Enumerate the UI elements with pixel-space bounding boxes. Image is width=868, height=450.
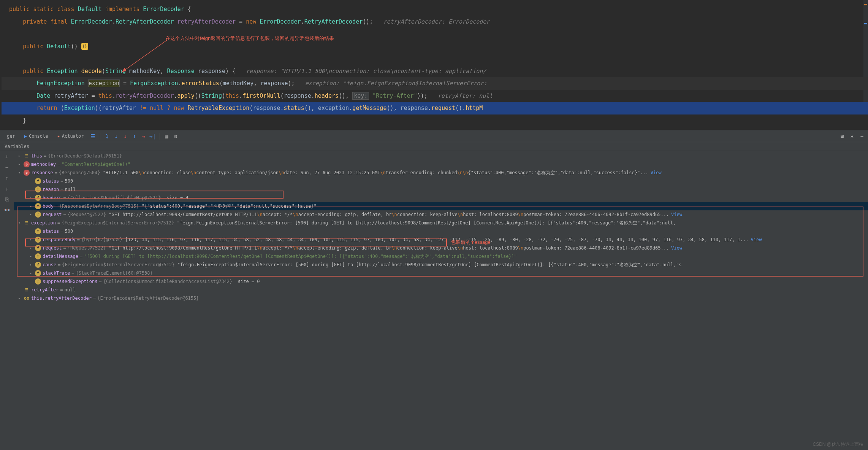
- watermark: CSDN @伏加特遇上西柚: [813, 441, 863, 448]
- evaluate-icon[interactable]: ▦: [163, 132, 171, 140]
- tab-actuator[interactable]: ✦Actuator: [54, 132, 88, 140]
- drop-frame-icon[interactable]: ⇥: [140, 132, 147, 140]
- param-hint-key: key:: [352, 92, 369, 100]
- trace-icon[interactable]: ≋: [172, 132, 180, 140]
- var-headers[interactable]: ▸fheaders={Collections$UnmodifiableMap@7…: [14, 194, 868, 202]
- var-suppressed[interactable]: fsuppressedExceptions={Collections$Unmod…: [14, 277, 868, 286]
- down-icon[interactable]: ↓: [3, 184, 11, 193]
- gutter-icon[interactable]: {}: [81, 43, 88, 50]
- var-stacktrace[interactable]: ▸fstackTrace={StackTraceElement[60]@7538…: [14, 269, 868, 277]
- up-icon[interactable]: ↑: [3, 174, 11, 182]
- step-out-icon[interactable]: ↑: [131, 132, 138, 140]
- var-responsebody[interactable]: ▸fresponseBody={byte[67]@7535} [123, 34,…: [14, 235, 868, 244]
- minimize-icon[interactable]: −: [858, 132, 866, 140]
- var-retryafter[interactable]: ≡retryAfter=null: [14, 286, 868, 294]
- kw-public: public: [9, 6, 30, 13]
- annotation-wrap-message: 在这个方法中对feign返回的异常信息进行了包装，返回的是异常包装后的结果: [165, 35, 334, 42]
- code-editor[interactable]: public static class Default implements E…: [0, 0, 868, 130]
- method-decode: decode: [81, 68, 102, 75]
- debug-toolbar: ger ▶Console ✦Actuator ☰ ⤵ ↓ ↓ ↑ ⇥ →| ▦ …: [0, 130, 868, 142]
- kw-implements: implements: [105, 6, 139, 13]
- inline-hint: retryAfterDecoder: ErrorDecoder: [383, 18, 489, 25]
- annotation-arrow: [114, 38, 171, 76]
- debug-left-gutter: + − ↑ ↓ ⎘ 👓: [0, 151, 14, 450]
- copy-icon[interactable]: ⎘: [3, 195, 11, 204]
- add-watch-icon[interactable]: +: [3, 153, 11, 161]
- var-this-retry[interactable]: ▸oothis.retryAfterDecoder={ErrorDecoder$…: [14, 294, 868, 302]
- var-request[interactable]: ▸frequest={Request@7522} "GET http://loc…: [14, 210, 868, 219]
- var-cause[interactable]: ▸fcause={FeignException$InternalServerEr…: [14, 261, 868, 269]
- var-exception-highlight: exception: [88, 80, 120, 87]
- kw-static: static: [33, 6, 54, 13]
- var-this[interactable]: ▸≡this={ErrorDecoder$Default@6151}: [14, 152, 868, 160]
- type-errordecoder: ErrorDecoder: [143, 6, 184, 13]
- step-over-icon[interactable]: ⤵: [103, 132, 111, 140]
- layout-icon[interactable]: ⊞: [838, 132, 846, 140]
- tab-debugger[interactable]: ger: [3, 132, 19, 140]
- step-into-icon[interactable]: ↓: [112, 132, 120, 140]
- var-reason[interactable]: freason=null: [14, 185, 868, 194]
- debug-panel: ger ▶Console ✦Actuator ☰ ⤵ ↓ ↓ ↑ ⇥ →| ▦ …: [0, 130, 868, 450]
- var-body[interactable]: ▸fbody={Response$ByteArrayBody@7515} "{"…: [14, 202, 868, 210]
- var-status2[interactable]: fstatus=500: [14, 227, 868, 235]
- remove-icon[interactable]: −: [3, 163, 11, 172]
- run-to-cursor-icon[interactable]: →|: [149, 132, 157, 140]
- tab-console[interactable]: ▶Console: [21, 132, 52, 140]
- var-detailmessage[interactable]: ▸fdetailMessage="[500] during [GET] to […: [14, 252, 868, 261]
- force-step-into-icon[interactable]: ↓: [122, 132, 129, 140]
- glasses-icon[interactable]: 👓: [3, 206, 11, 214]
- type-default: Default: [78, 6, 102, 13]
- variables-tree[interactable]: ▸≡this={ErrorDecoder$Default@6151} ▸pmet…: [14, 151, 868, 450]
- var-methodkey[interactable]: ▸pmethodKey="CommentRestApi#getOne()": [14, 160, 868, 169]
- settings-icon[interactable]: ✱: [848, 132, 856, 140]
- var-exception[interactable]: ▾≡exception={FeignException$InternalServ…: [14, 219, 868, 227]
- kw-private: private: [23, 18, 47, 25]
- variables-header: Variables: [0, 142, 868, 151]
- var-response[interactable]: ▾presponse={Response@7504} "HTTP/1.1 500…: [14, 169, 868, 177]
- svg-marker-1: [122, 68, 126, 72]
- svg-line-0: [122, 40, 167, 72]
- filter-icon[interactable]: ☰: [89, 132, 97, 140]
- kw-class: class: [57, 6, 74, 13]
- var-status[interactable]: fstatus=500: [14, 177, 868, 185]
- kw-final: final: [50, 18, 67, 25]
- var-request2[interactable]: ▸frequest={Request@7522} "GET http://loc…: [14, 244, 868, 252]
- annotation-wrapped-message: 包装后的message: [451, 239, 491, 246]
- view-link[interactable]: View: [651, 169, 662, 177]
